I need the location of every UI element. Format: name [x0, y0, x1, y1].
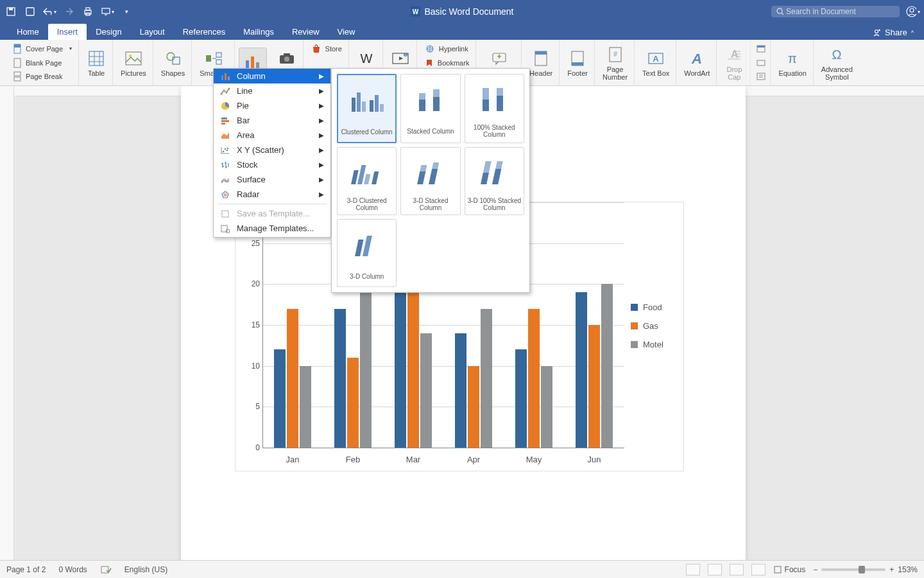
- zoom-control[interactable]: − + 153%: [813, 565, 918, 574]
- x-tick-label: Jun: [569, 455, 620, 464]
- view-web-button[interactable]: [708, 564, 722, 575]
- svg-rect-52: [757, 73, 765, 80]
- date-time-button[interactable]: [753, 42, 769, 55]
- blank-page-icon: [13, 58, 22, 68]
- present-icon[interactable]: ▾: [100, 4, 114, 19]
- hyperlink-button[interactable]: Hyperlink: [422, 42, 472, 55]
- chart-type-column[interactable]: Column▶: [214, 69, 330, 83]
- svg-point-60: [226, 91, 228, 93]
- focus-button[interactable]: Focus: [773, 565, 806, 574]
- footer-button[interactable]: Footer: [561, 40, 595, 85]
- chart-type-pie[interactable]: Pie▶: [214, 98, 330, 113]
- column-option-3-d-column[interactable]: 3-D Column: [337, 219, 397, 287]
- table-button[interactable]: Table: [80, 40, 113, 85]
- svg-rect-26: [246, 60, 249, 68]
- svg-text:π: π: [788, 51, 797, 66]
- field-button[interactable]: [753, 70, 769, 83]
- search-input[interactable]: [786, 7, 894, 16]
- tab-design[interactable]: Design: [87, 24, 130, 40]
- svg-rect-56: [225, 73, 227, 80]
- tab-view[interactable]: View: [329, 24, 364, 40]
- zoom-percent[interactable]: 153%: [898, 565, 918, 574]
- page-break-icon: [13, 71, 22, 82]
- tab-insert[interactable]: Insert: [48, 24, 87, 40]
- search-box[interactable]: [771, 6, 900, 17]
- svg-point-69: [227, 147, 229, 149]
- tab-layout[interactable]: Layout: [131, 24, 174, 40]
- store-button[interactable]: Store: [309, 42, 345, 55]
- equation-button[interactable]: πEquation: [772, 40, 813, 85]
- tab-home[interactable]: Home: [8, 24, 48, 40]
- svg-rect-76: [370, 100, 373, 112]
- column-option-100-stacked-column[interactable]: 100% Stacked Column: [465, 74, 524, 143]
- zoom-out-button[interactable]: −: [813, 565, 817, 574]
- header-icon: [531, 49, 551, 68]
- comment-icon: +: [490, 49, 509, 68]
- text-box-button[interactable]: AText Box: [636, 40, 676, 85]
- view-print-button[interactable]: [686, 564, 700, 575]
- symbol-button[interactable]: ΩAdvanced Symbol: [815, 40, 859, 85]
- blank-page-button[interactable]: Blank Page: [10, 57, 74, 69]
- cover-page-button[interactable]: Cover Page▾: [10, 42, 74, 55]
- column-option-3-d-100-stacked-column[interactable]: 3-D 100% Stacked Column: [465, 147, 524, 215]
- svg-rect-82: [433, 89, 440, 97]
- zoom-in-button[interactable]: +: [889, 565, 894, 574]
- qat-more-icon[interactable]: ▾: [119, 4, 133, 19]
- svg-rect-77: [375, 95, 379, 112]
- svg-rect-14: [14, 44, 21, 48]
- svg-rect-87: [351, 170, 359, 184]
- chart-type-radar[interactable]: Radar▶: [214, 187, 330, 202]
- svg-rect-4: [86, 8, 90, 10]
- page-number-icon: #: [606, 45, 625, 64]
- account-icon[interactable]: ▾: [906, 4, 920, 19]
- chart-type-area[interactable]: Area▶: [214, 128, 330, 143]
- share-button[interactable]: Share ^: [867, 25, 919, 40]
- chart-bar: [300, 366, 311, 448]
- page-number-button[interactable]: #Page Number: [596, 40, 635, 85]
- tab-mailings[interactable]: Mailings: [234, 24, 283, 40]
- svg-point-9: [777, 8, 782, 13]
- tab-references[interactable]: References: [174, 24, 234, 40]
- save-icon[interactable]: [23, 4, 37, 19]
- column-option-3-d-stacked-column[interactable]: 3-D Stacked Column: [400, 147, 460, 215]
- spellcheck-icon[interactable]: [100, 565, 112, 574]
- chart-type-surface[interactable]: Surface▶: [214, 172, 330, 187]
- object-button[interactable]: [753, 57, 769, 69]
- print-icon[interactable]: [81, 4, 95, 19]
- page-break-button[interactable]: Page Break: [10, 70, 74, 83]
- column-option-stacked-column[interactable]: Stacked Column: [400, 74, 460, 143]
- svg-point-11: [910, 8, 914, 12]
- chart-type-bar[interactable]: Bar▶: [214, 113, 330, 128]
- text-misc-group: [752, 40, 771, 85]
- drop-cap-button[interactable]: ADrop Cap: [718, 40, 751, 85]
- view-draft-button[interactable]: [751, 564, 766, 575]
- pictures-button[interactable]: Pictures: [114, 40, 153, 85]
- column-option-clustered-column[interactable]: Clustered Column: [337, 74, 397, 143]
- redo-icon[interactable]: [62, 4, 76, 19]
- wikipedia-icon: W: [357, 49, 376, 68]
- y-tick-label: 0: [242, 443, 260, 452]
- undo-icon[interactable]: ▾: [42, 4, 56, 19]
- column-option-3-d-clustered-column[interactable]: 3-D Clustered Column: [337, 147, 397, 215]
- svg-rect-65: [221, 123, 225, 125]
- language-indicator[interactable]: English (US): [124, 565, 167, 574]
- chart-bar: [347, 358, 359, 448]
- word-count[interactable]: 0 Words: [58, 565, 87, 574]
- svg-rect-78: [380, 104, 384, 112]
- page-indicator[interactable]: Page 1 of 2: [6, 565, 46, 574]
- chart-type-stock[interactable]: Stock▶: [214, 157, 330, 172]
- svg-rect-17: [14, 77, 21, 81]
- svg-rect-40: [535, 51, 547, 55]
- zoom-slider[interactable]: [821, 568, 886, 571]
- chart-type-line[interactable]: Line▶: [214, 83, 330, 98]
- chart-type-x-y-scatter-[interactable]: X Y (Scatter)▶: [214, 143, 330, 157]
- chart-bar: [515, 349, 527, 448]
- manage-templates[interactable]: Manage Templates...: [214, 221, 330, 236]
- autosave-icon[interactable]: [4, 4, 18, 19]
- svg-rect-18: [89, 51, 103, 66]
- view-outline-button[interactable]: [730, 564, 744, 575]
- bookmark-button[interactable]: Bookmark: [422, 57, 472, 69]
- wordart-button[interactable]: AWordArt: [678, 40, 717, 85]
- tab-review[interactable]: Review: [283, 24, 329, 40]
- shapes-button[interactable]: Shapes: [155, 40, 192, 85]
